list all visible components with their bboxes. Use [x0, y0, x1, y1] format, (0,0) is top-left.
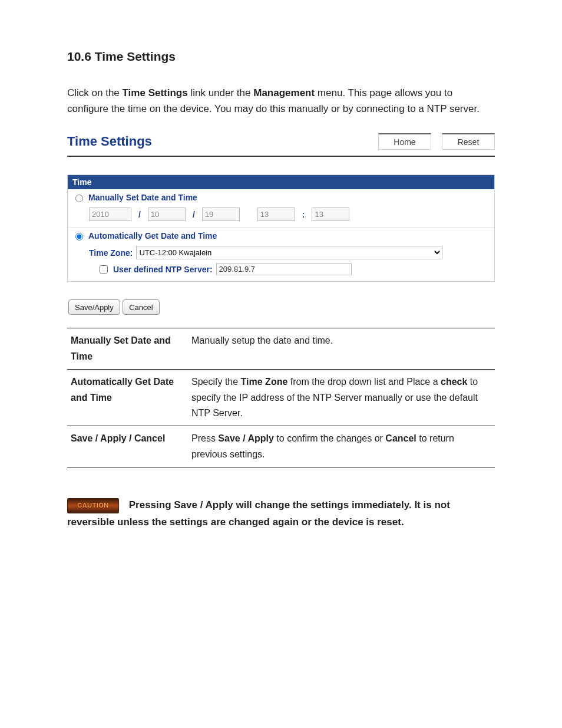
manual-radio[interactable]	[75, 195, 83, 202]
panel-title: Time Settings	[67, 134, 152, 149]
doc-intro: Click on the Time Settings link under th…	[67, 85, 495, 117]
time-actions: Save/Apply Cancel	[67, 282, 495, 315]
desc3-mid: to confirm the changes or	[274, 433, 385, 443]
desc-text-save: Press Save / Apply to confirm the change…	[188, 426, 495, 467]
auto-radio-label[interactable]: Automatically Get Date and Time	[72, 231, 217, 241]
timezone-label: Time Zone:	[89, 248, 133, 258]
caution-text: Pressing Save / Apply will change the se…	[67, 499, 450, 528]
manual-row: Manually Set Date and Time / / :	[68, 189, 494, 228]
time-settings-panel: Time Settings Home Reset Time Manually S…	[67, 130, 495, 315]
minute-input[interactable]	[312, 207, 349, 221]
cancel-button[interactable]: Cancel	[123, 299, 159, 315]
desc2-mid: from the drop down list and Place a	[287, 377, 441, 387]
desc-label-manual: Manually Set Date and Time	[67, 328, 188, 370]
ntp-row: User defined NTP Server:	[97, 263, 490, 275]
timezone-select[interactable]: UTC-12:00 Kwajalein	[136, 246, 442, 259]
sep-colon: :	[299, 210, 309, 219]
reset-button[interactable]: Reset	[442, 133, 495, 150]
table-row: Manually Set Date and Time Manually setu…	[67, 328, 495, 370]
sep-slash-2: /	[189, 210, 199, 219]
desc-label-save: Save / Apply / Cancel	[67, 426, 188, 467]
intro-text-2: link under the	[188, 87, 254, 98]
desc2-pre: Specify the	[191, 377, 241, 387]
manual-date-inputs: / / :	[89, 207, 490, 221]
intro-text-1: Click on the	[67, 87, 123, 98]
intro-bold-management: Management	[253, 87, 315, 98]
auto-row: Automatically Get Date and Time Time Zon…	[68, 228, 494, 281]
home-button[interactable]: Home	[378, 133, 431, 150]
manual-radio-label[interactable]: Manually Set Date and Time	[72, 193, 197, 202]
caution-block: CAUTION Pressing Save / Apply will chang…	[67, 497, 495, 531]
description-table: Manually Set Date and Time Manually setu…	[67, 328, 495, 467]
panel-header: Time Settings Home Reset	[67, 130, 495, 157]
desc3-b1: Save / Apply	[218, 433, 274, 443]
caution-badge: CAUTION	[67, 498, 119, 513]
timezone-row: Time Zone: UTC-12:00 Kwajalein	[89, 246, 490, 259]
desc3-b2: Cancel	[385, 433, 416, 443]
desc-label-auto: Automatically Get Date and Time	[67, 370, 188, 426]
table-row: Save / Apply / Cancel Press Save / Apply…	[67, 426, 495, 467]
sep-slash-1: /	[135, 210, 144, 219]
auto-radio[interactable]	[75, 233, 83, 241]
table-row: Automatically Get Date and Time Specify …	[67, 370, 495, 426]
intro-bold-time-settings: Time Settings	[123, 87, 188, 98]
ntp-label: User defined NTP Server:	[113, 265, 213, 274]
manual-label-text: Manually Set Date and Time	[88, 193, 197, 202]
desc-text-manual: Manually setup the date and time.	[188, 328, 495, 370]
desc3-pre: Press	[191, 433, 218, 443]
hour-input[interactable]	[257, 207, 295, 221]
panel-nav: Home Reset	[378, 133, 495, 150]
time-box-header: Time	[68, 175, 494, 189]
day-input[interactable]	[202, 207, 240, 221]
auto-label-text: Automatically Get Date and Time	[88, 231, 217, 241]
month-input[interactable]	[148, 207, 186, 221]
desc2-b1: Time Zone	[241, 377, 288, 387]
desc2-b2: check	[441, 377, 467, 387]
ntp-server-input[interactable]	[216, 263, 352, 275]
desc-text-auto: Specify the Time Zone from the drop down…	[188, 370, 495, 426]
ntp-checkbox[interactable]	[100, 265, 108, 274]
doc-heading: 10.6 Time Settings	[67, 50, 495, 64]
time-box: Time Manually Set Date and Time / / :	[67, 174, 495, 282]
save-apply-button[interactable]: Save/Apply	[68, 299, 120, 315]
year-input[interactable]	[89, 207, 131, 221]
